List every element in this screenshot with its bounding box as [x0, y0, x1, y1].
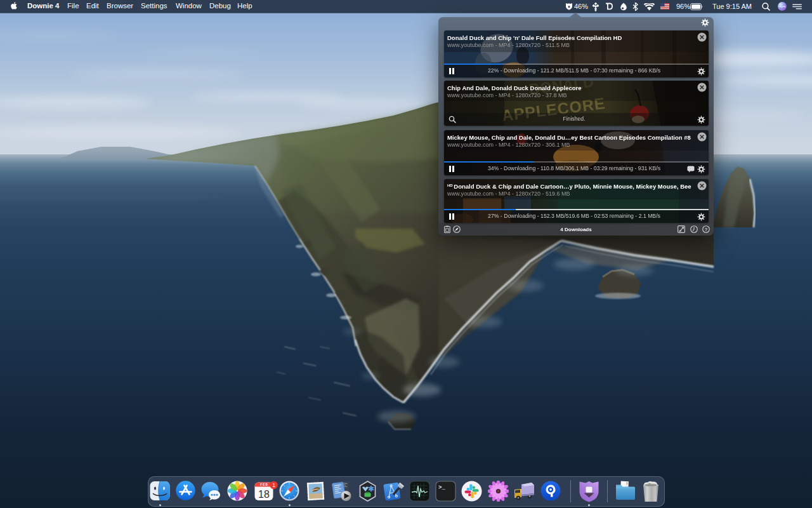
svg-text:F E B: F E B — [260, 483, 268, 486]
svg-text:>_: >_ — [438, 485, 445, 491]
svg-text:1: 1 — [272, 482, 275, 488]
svg-text:18: 18 — [258, 489, 270, 500]
svg-text:?: ? — [704, 227, 707, 232]
svg-text:···: ··· — [688, 167, 691, 170]
